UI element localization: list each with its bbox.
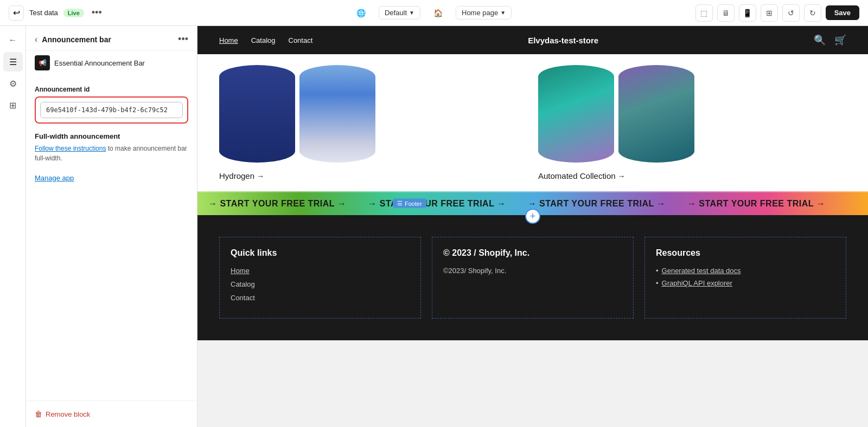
footer-link-catalog[interactable]: Catalog [231,280,410,288]
skateboard-middle [299,65,375,163]
footer-resources-title: Resources [656,248,835,258]
nav-apps-icon[interactable]: ⊞ [3,95,23,115]
footer-quick-links-title: Quick links [231,248,410,258]
more-options-button[interactable]: ••• [90,5,104,21]
cta-text-4: → START YOUR FREE TRIAL → [676,199,836,209]
grid-view-button[interactable]: ⊞ [761,4,778,22]
product-title-hydrogen[interactable]: Hydrogen → [219,171,527,180]
mobile-view-button[interactable]: 📱 [739,4,756,22]
nav-back-icon[interactable]: ← [3,30,23,50]
sidebar-content: Announcement id Full-width announcement … [26,77,197,400]
footer-resource-item-2: • GraphiQL API explorer [656,279,835,287]
product-card-automated: Automated Collection → [538,65,846,180]
sidebar-header: ‹ Announcement bar ••• [26,26,197,51]
store-preview: Home Catalog Contact Elvydas-test-store … [197,26,868,340]
default-label: Default [385,9,407,17]
store-nav: Home Catalog Contact Elvydas-test-store … [197,26,868,54]
sidebar-title: Announcement bar [42,35,111,44]
left-nav: ← ☰ ⚙ ⊞ [0,26,26,427]
product-arrow-hydrogen: → [257,172,264,180]
app-icon: 📢 [35,55,50,70]
store-nav-icons: 🔍 🛒 [814,34,846,46]
sidebar-app-row: 📢 Essential Announcement Bar [26,51,197,77]
redo-button[interactable]: ↻ [804,4,821,22]
nav-settings-icon[interactable]: ⚙ [3,74,23,93]
product-images-hydrogen [219,65,527,163]
undo-button[interactable]: ↺ [782,4,800,22]
footer-copyright-title: © 2023 / Shopify, Inc. [443,248,622,258]
sidebar-back-icon[interactable]: ‹ [35,35,37,44]
default-dropdown[interactable]: Default ▼ [379,6,420,20]
cta-text-1: → START YOUR FREE TRIAL → [197,199,357,209]
products-section: Hydrogen → Automated Collection → [197,54,868,191]
footer-resource-link-1[interactable]: Generated test data docs [662,267,741,275]
products-grid: Hydrogen → Automated Collection → [219,65,846,180]
nav-sections-icon[interactable]: ☰ [3,52,23,72]
full-width-desc: Follow these instructions to make announ… [35,144,188,163]
announcement-bar-container: → START YOUR FREE TRIAL → → START YOUR F… [197,191,868,215]
product-name-automated: Automated Collection [538,171,616,180]
sidebar-footer: 🗑 Remove block [26,400,197,427]
remove-block-label: Remove block [46,410,90,418]
announcement-id-box [35,96,188,124]
bullet-icon-2: • [656,279,659,287]
announcement-id-label: Announcement id [35,86,188,93]
product-arrow-automated: → [618,172,626,180]
product-title-automated[interactable]: Automated Collection → [538,171,846,180]
product-name-hydrogen: Hydrogen [219,171,254,180]
sidebar-back-title: ‹ Announcement bar [35,35,111,44]
chevron-down-icon2: ▼ [500,10,506,16]
skateboard-right1 [538,65,614,163]
trash-icon: 🗑 [35,410,42,418]
skateboard-left [219,65,295,163]
product-card-hydrogen: Hydrogen → [219,65,527,180]
preview-area: Home Catalog Contact Elvydas-test-store … [197,26,868,427]
add-section-button[interactable]: + [525,209,540,224]
sidebar-more-button[interactable]: ••• [178,34,188,45]
app-name-label: Essential Announcement Bar [54,59,145,67]
footer-label-tag: ☰ Footer [393,199,426,208]
store-footer: Quick links Home Catalog Contact © 2023 … [197,215,868,340]
remove-block-button[interactable]: 🗑 Remove block [35,410,90,418]
footer-quick-links-col: Quick links Home Catalog Contact [219,237,421,319]
footer-copyright-sub: ©2023/ Shopify, Inc. [443,267,622,275]
home-icon: 🏠 [433,9,443,17]
footer-copyright-col: © 2023 / Shopify, Inc. ©2023/ Shopify, I… [432,237,634,319]
save-button[interactable]: Save [826,5,859,20]
select-tool-button[interactable]: ⬚ [695,4,713,22]
footer-grid: Quick links Home Catalog Contact © 2023 … [219,237,846,319]
homepage-dropdown[interactable]: Home page ▼ [456,6,512,20]
store-nav-home[interactable]: Home [219,36,238,44]
announcement-content: → START YOUR FREE TRIAL → → START YOUR F… [197,199,836,209]
follow-instructions-link[interactable]: Follow these instructions [35,145,106,152]
cta-text-2: → START YOUR FREE TRIAL → [357,199,516,209]
footer-link-contact[interactable]: Contact [231,294,410,302]
sidebar: ‹ Announcement bar ••• 📢 Essential Annou… [26,26,197,427]
homepage-label: Home page [462,9,498,17]
footer-resource-item-1: • Generated test data docs [656,267,835,275]
cta-text-3: → START YOUR FREE TRIAL → [517,199,676,209]
announcement-id-input[interactable] [40,102,183,118]
live-badge: Live [63,9,84,17]
footer-section-icon: ☰ [397,200,403,207]
bullet-icon-1: • [656,267,659,275]
store-nav-links: Home Catalog Contact [219,36,312,44]
footer-resource-link-2[interactable]: GraphiQL API explorer [662,279,732,287]
test-data-label: Test data [29,9,58,17]
main-layout: ← ☰ ⚙ ⊞ ‹ Announcement bar ••• 📢 Essenti… [0,26,868,427]
cart-nav-icon[interactable]: 🛒 [834,34,846,46]
search-nav-icon[interactable]: 🔍 [814,34,826,46]
manage-app-link[interactable]: Manage app [35,174,74,182]
desktop-view-button[interactable]: 🖥 [717,4,735,22]
back-button[interactable]: ↩ [9,5,24,21]
store-nav-contact[interactable]: Contact [289,36,313,44]
top-bar-left: ↩ Test data Live ••• [9,5,689,21]
footer-label: Footer [405,200,422,206]
top-bar: ↩ Test data Live ••• 🌐 Default ▼ 🏠 Home … [0,0,868,26]
top-bar-center: 🌐 Default ▼ 🏠 Home page ▼ [356,6,512,20]
store-nav-catalog[interactable]: Catalog [251,36,276,44]
skateboard-right2 [618,65,694,163]
footer-link-home[interactable]: Home [231,267,410,275]
full-width-label: Full-width announcement [35,132,188,140]
footer-resources-col: Resources • Generated test data docs • G… [644,237,846,319]
